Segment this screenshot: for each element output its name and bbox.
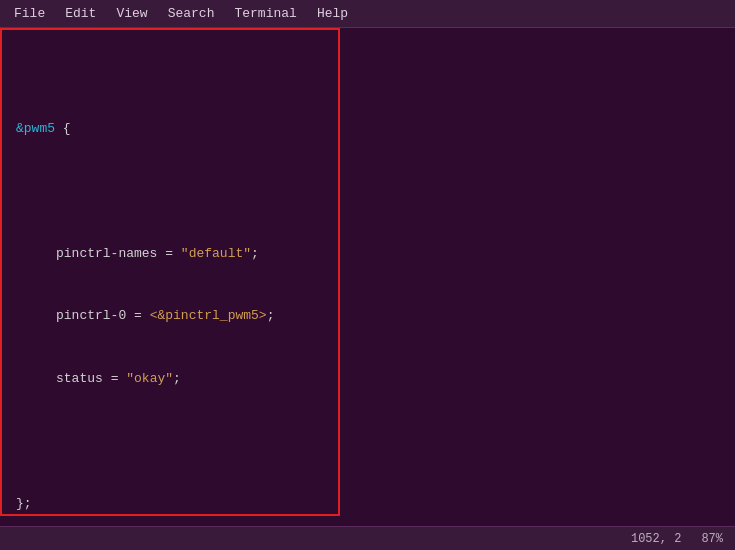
menu-view[interactable]: View: [106, 4, 157, 23]
editor-main[interactable]: &pwm5 { pinctrl-names = "default"; pinct…: [0, 28, 735, 526]
line-pwm5-prop2: pinctrl-0 = <&pinctrl_pwm5>;: [8, 306, 735, 327]
menu-help[interactable]: Help: [307, 4, 358, 23]
cursor-position: 1052, 2: [631, 532, 681, 546]
menu-search[interactable]: Search: [158, 4, 225, 23]
line-blank-2: [8, 431, 735, 452]
zoom-level: 87%: [701, 532, 723, 546]
menu-file[interactable]: File: [4, 4, 55, 23]
menu-terminal[interactable]: Terminal: [224, 4, 306, 23]
editor-container: &pwm5 { pinctrl-names = "default"; pinct…: [0, 28, 735, 526]
line-pwm5-close: };: [8, 494, 735, 515]
status-bar: 1052, 2 87%: [0, 526, 735, 550]
line-blank-1: [8, 182, 735, 203]
code-block: &pwm5 { pinctrl-names = "default"; pinct…: [8, 36, 735, 526]
line-pwm5-prop1: pinctrl-names = "default";: [8, 244, 735, 265]
line-pwm5-open: &pwm5 {: [8, 119, 735, 140]
menu-edit[interactable]: Edit: [55, 4, 106, 23]
menu-bar: File Edit View Search Terminal Help: [0, 0, 735, 28]
line-pwm5-prop3: status = "okay";: [8, 369, 735, 390]
